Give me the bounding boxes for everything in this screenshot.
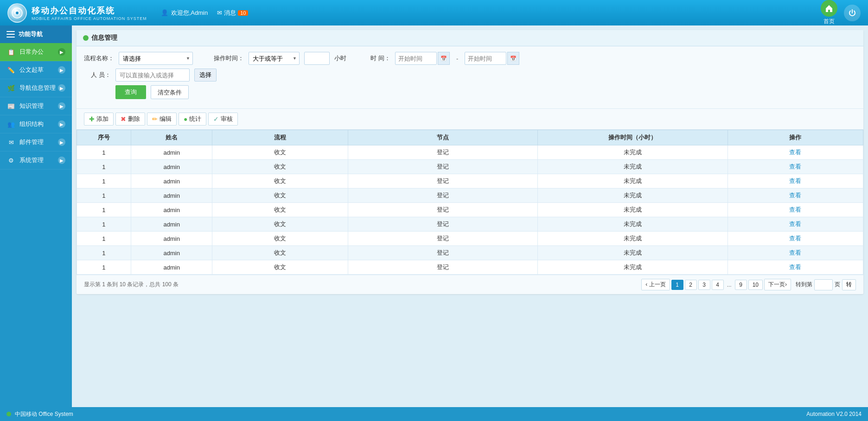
op-time-select[interactable]: 大于或等于 — [249, 52, 300, 65]
delete-button[interactable]: ✖ 删除 — [115, 113, 145, 126]
toolbar: ✚ 添加 ✖ 删除 ✏ 编辑 ● 统计 ✓ 审核 — [77, 109, 863, 130]
view-link[interactable]: 查看 — [789, 192, 801, 199]
audit-button[interactable]: ✓ 审核 — [208, 113, 238, 126]
sidebar-item-mail[interactable]: ✉ 邮件管理 ▶ — [0, 133, 72, 151]
sidebar-label-daily: 日常办公 — [19, 48, 44, 56]
home-icon — [821, 0, 837, 17]
op-time-select-wrapper: 大于或等于 — [249, 52, 300, 65]
menu-icon — [6, 31, 15, 38]
sidebar-item-sys[interactable]: ⚙ 系统管理 ▶ — [0, 151, 72, 170]
home-button[interactable]: 首页 — [821, 0, 837, 25]
cal-start-icon[interactable]: 📅 — [438, 52, 450, 65]
col-name: 姓名 — [131, 130, 212, 145]
sidebar-item-knowledge[interactable]: 📰 知识管理 ▶ — [0, 97, 72, 115]
view-link[interactable]: 查看 — [789, 163, 801, 170]
table-row: 1 admin 收文 登记 未完成 查看 — [77, 260, 863, 275]
view-link[interactable]: 查看 — [789, 149, 801, 156]
cell-op-time: 未完成 — [538, 145, 728, 160]
time-label: 时 间： — [365, 54, 390, 63]
cell-node: 登记 — [348, 145, 537, 160]
daily-icon: 📋 — [6, 49, 16, 56]
page-9-button[interactable]: 9 — [735, 280, 747, 290]
cell-action: 查看 — [728, 160, 863, 174]
hour-unit: 小时 — [334, 54, 346, 63]
info-panel: 信息管理 流程名称： 请选择 操作时间： 大于或等于 — [77, 30, 863, 294]
flow-select[interactable]: 请选择 — [119, 52, 193, 65]
table-row: 1 admin 收文 登记 未完成 查看 — [77, 160, 863, 174]
form-row-3: 查询 清空条件 — [84, 85, 856, 99]
bottom-left: 中国移动 Office System — [6, 410, 73, 418]
view-link[interactable]: 查看 — [789, 220, 801, 227]
page-3-button[interactable]: 3 — [698, 280, 710, 290]
cell-seq: 1 — [77, 145, 131, 160]
cell-name: admin — [131, 246, 212, 260]
query-button[interactable]: 查询 — [115, 85, 146, 99]
goto-label: 转到第 — [796, 281, 812, 289]
page-10-button[interactable]: 10 — [748, 280, 763, 290]
header-msg[interactable]: ✉ 消息 10 — [217, 9, 248, 17]
top-header: 移动办公自动化系统 MOBILE AFFAIRS OFFICE AUTOMATI… — [0, 0, 868, 25]
cell-flow: 收文 — [212, 189, 348, 203]
view-link[interactable]: 查看 — [789, 206, 801, 213]
stat-button[interactable]: ● 统计 — [179, 113, 206, 126]
delete-label: 删除 — [128, 115, 140, 123]
title-dot — [83, 35, 89, 41]
form-row-1: 流程名称： 请选择 操作时间： 大于或等于 小时 时 间： — [84, 52, 856, 65]
cell-flow: 收文 — [212, 145, 348, 160]
prev-page-button[interactable]: ‹ 上一页 — [641, 279, 670, 290]
time-start-input[interactable] — [395, 52, 437, 65]
sidebar-item-org[interactable]: 👥 组织结构 ▶ — [0, 115, 72, 133]
sys-icon: ⚙ — [6, 157, 16, 164]
app-main-title: 移动办公自动化系统 — [32, 5, 147, 16]
add-button[interactable]: ✚ 添加 — [84, 113, 114, 126]
bottom-right-text: Automation V2.0 2014 — [806, 411, 862, 417]
cell-node: 登记 — [348, 260, 537, 275]
org-icon: 👥 — [6, 121, 16, 128]
page-4-button[interactable]: 4 — [712, 280, 724, 290]
time-end-wrapper: 📅 — [465, 52, 519, 65]
cell-seq: 1 — [77, 232, 131, 246]
org-arrow: ▶ — [58, 120, 65, 128]
sidebar-item-draft[interactable]: ✏️ 公文起草 ▶ — [0, 61, 72, 79]
header-right: 首页 — [821, 0, 861, 25]
page-2-button[interactable]: 2 — [685, 280, 697, 290]
cell-op-time: 未完成 — [538, 260, 728, 275]
view-link[interactable]: 查看 — [789, 264, 801, 270]
form-row-2: 人 员： 选择 — [84, 69, 856, 82]
flow-select-wrapper: 请选择 — [119, 52, 193, 65]
edit-label: 编辑 — [160, 115, 172, 123]
table-header-row: 序号 姓名 流程 节点 操作时间（小时） 操作 — [77, 130, 863, 145]
cell-op-time: 未完成 — [538, 217, 728, 232]
edit-button[interactable]: ✏ 编辑 — [147, 113, 177, 126]
next-page-button[interactable]: 下一页› — [764, 279, 791, 290]
sidebar-label-draft: 公文起草 — [19, 66, 44, 74]
person-select-button[interactable]: 选择 — [194, 69, 217, 82]
cell-name: admin — [131, 217, 212, 232]
view-link[interactable]: 查看 — [789, 177, 801, 184]
search-form: 流程名称： 请选择 操作时间： 大于或等于 小时 时 间： — [77, 46, 863, 109]
page-1-button[interactable]: 1 — [671, 280, 683, 290]
person-input[interactable] — [115, 69, 190, 82]
bottom-bar: 中国移动 Office System Automation V2.0 2014 — [0, 407, 868, 421]
main-layout: 功能导航 📋 日常办公 ▶ ✏️ 公文起草 ▶ 🌿 导航信息管理 ▶ 📰 知识管… — [0, 25, 868, 407]
welcome-text: 欢迎您,Admin — [171, 9, 208, 17]
time-end-input[interactable] — [465, 52, 506, 65]
view-link[interactable]: 查看 — [789, 249, 801, 256]
logo-icon — [7, 3, 27, 23]
data-table: 序号 姓名 流程 节点 操作时间（小时） 操作 1 admin 收文 登记 未完… — [77, 130, 863, 275]
view-link[interactable]: 查看 — [789, 235, 801, 242]
sidebar-label-org: 组织结构 — [19, 120, 44, 128]
stat-icon: ● — [184, 115, 187, 123]
cell-node: 登记 — [348, 246, 537, 260]
power-button[interactable] — [844, 5, 861, 21]
sidebar-item-nav-info[interactable]: 🌿 导航信息管理 ▶ — [0, 79, 72, 97]
clear-button[interactable]: 清空条件 — [151, 85, 189, 99]
pagination-right: ‹ 上一页 1 2 3 4 ... 9 10 下一页› 转到第 页 — [641, 279, 856, 290]
goto-button[interactable]: 转 — [842, 279, 856, 290]
op-time-value-input[interactable] — [304, 52, 330, 65]
table-row: 1 admin 收文 登记 未完成 查看 — [77, 217, 863, 232]
goto-input[interactable] — [814, 279, 833, 290]
sidebar-item-daily[interactable]: 📋 日常办公 ▶ — [0, 43, 72, 61]
mail-icon: ✉ — [6, 139, 16, 146]
cal-end-icon[interactable]: 📅 — [507, 52, 519, 65]
